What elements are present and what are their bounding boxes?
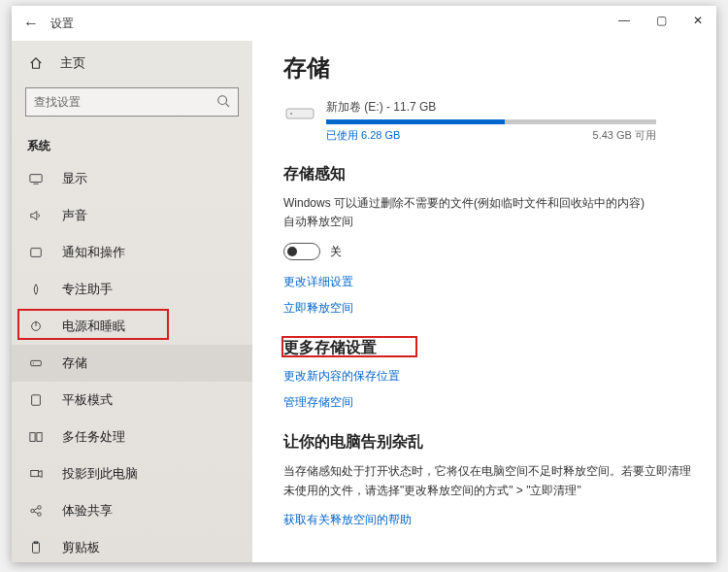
search-icon xyxy=(216,94,230,111)
sidebar-item-focus[interactable]: 专注助手 xyxy=(12,271,252,308)
sidebar-item-sound[interactable]: 声音 xyxy=(12,197,252,234)
sidebar-item-share[interactable]: 体验共享 xyxy=(12,492,252,529)
drive-name: 新加卷 (E:) - 11.7 GB xyxy=(326,99,697,116)
more-storage-heading: 更多存储设置 xyxy=(283,338,697,358)
sidebar-item-label: 存储 xyxy=(62,354,87,372)
svg-rect-12 xyxy=(31,471,39,477)
link-free-now[interactable]: 立即释放空间 xyxy=(283,300,697,317)
link-change-detail[interactable]: 更改详细设置 xyxy=(283,274,697,290)
sidebar-item-display[interactable]: 显示 xyxy=(12,160,252,197)
sidebar-item-label: 多任务处理 xyxy=(62,428,125,446)
sidebar-item-multitask[interactable]: 多任务处理 xyxy=(12,419,252,455)
svg-line-16 xyxy=(34,508,38,510)
focus-icon xyxy=(27,283,45,296)
sidebar-item-label: 专注助手 xyxy=(62,281,113,298)
settings-window: ← 设置 — ▢ ✕ 主页 查找设置 系统 显示 声音 xyxy=(12,6,716,562)
window-title: 设置 xyxy=(50,16,74,32)
svg-point-0 xyxy=(218,95,227,104)
home-icon xyxy=(27,56,45,70)
svg-rect-9 xyxy=(32,395,41,406)
share-icon xyxy=(27,504,45,518)
storage-sense-desc: Windows 可以通过删除不需要的文件(例如临时文件和回收站中的内容)自动释放… xyxy=(283,194,652,231)
tablet-icon xyxy=(27,393,45,407)
sidebar-item-storage[interactable]: 存储 xyxy=(12,345,252,382)
sidebar-item-label: 投影到此电脑 xyxy=(62,465,138,483)
notify-icon xyxy=(27,246,45,259)
search-placeholder: 查找设置 xyxy=(34,94,216,111)
sidebar-item-notifications[interactable]: 通知和操作 xyxy=(12,234,252,271)
back-button[interactable]: ← xyxy=(12,15,50,32)
svg-rect-4 xyxy=(31,249,42,257)
svg-rect-11 xyxy=(37,433,42,442)
svg-rect-2 xyxy=(30,175,42,183)
maximize-button[interactable]: ▢ xyxy=(643,6,679,35)
cleanup-desc: 当存储感知处于打开状态时，它将仅在电脑空间不足时释放空间。若要立即清理未使用的文… xyxy=(283,462,697,499)
home-label: 主页 xyxy=(60,54,85,72)
usage-bar xyxy=(326,119,656,124)
link-manage-storage[interactable]: 管理存储空间 xyxy=(283,394,697,411)
link-help-free[interactable]: 获取有关释放空间的帮助 xyxy=(283,512,697,528)
sidebar-item-label: 体验共享 xyxy=(62,502,113,520)
power-icon xyxy=(27,320,45,333)
sidebar-item-label: 平板模式 xyxy=(62,391,113,409)
svg-line-1 xyxy=(226,103,230,107)
sidebar: 主页 查找设置 系统 显示 声音 通知和操作 专注助手 电源和睡眠 xyxy=(12,41,252,562)
multitask-icon xyxy=(27,430,45,444)
search-input[interactable]: 查找设置 xyxy=(25,87,239,117)
sound-icon xyxy=(27,209,45,222)
link-change-save-location[interactable]: 更改新内容的保存位置 xyxy=(283,368,697,385)
sidebar-item-label: 电源和睡眠 xyxy=(62,318,125,335)
close-button[interactable]: ✕ xyxy=(679,6,716,35)
drive-icon xyxy=(283,101,316,124)
free-label: 5.43 GB 可用 xyxy=(593,128,656,143)
drive-row[interactable]: 新加卷 (E:) - 11.7 GB 已使用 6.28 GB 5.43 GB 可… xyxy=(283,99,697,143)
cleanup-heading: 让你的电脑告别杂乱 xyxy=(283,432,697,453)
svg-rect-10 xyxy=(30,433,35,442)
storage-icon xyxy=(27,356,45,370)
project-icon xyxy=(27,467,45,481)
display-icon xyxy=(27,172,45,185)
sidebar-item-tablet[interactable]: 平板模式 xyxy=(12,382,252,419)
sidebar-item-label: 通知和操作 xyxy=(62,244,125,261)
svg-point-13 xyxy=(31,509,35,513)
sidebar-item-label: 剪贴板 xyxy=(62,539,100,556)
svg-point-8 xyxy=(33,362,34,363)
svg-point-14 xyxy=(38,506,42,510)
svg-rect-7 xyxy=(31,360,42,365)
used-label: 已使用 6.28 GB xyxy=(326,128,400,143)
svg-point-15 xyxy=(38,513,42,517)
svg-rect-18 xyxy=(33,543,40,554)
section-label: 系统 xyxy=(12,126,252,160)
storage-sense-heading: 存储感知 xyxy=(283,164,697,185)
sidebar-item-clipboard[interactable]: 剪贴板 xyxy=(12,529,252,562)
titlebar: ← 设置 — ▢ ✕ xyxy=(12,6,716,41)
sidebar-item-project[interactable]: 投影到此电脑 xyxy=(12,455,252,492)
sidebar-item-label: 声音 xyxy=(62,207,87,224)
page-title: 存储 xyxy=(283,52,697,84)
usage-bar-fill xyxy=(326,119,505,124)
sidebar-item-power[interactable]: 电源和睡眠 xyxy=(12,308,252,345)
storage-sense-toggle[interactable] xyxy=(283,243,320,260)
svg-point-22 xyxy=(290,113,292,115)
toggle-state-label: 关 xyxy=(330,244,342,260)
home-button[interactable]: 主页 xyxy=(12,49,252,78)
clipboard-icon xyxy=(27,541,45,555)
content-pane: 存储 新加卷 (E:) - 11.7 GB 已使用 6.28 GB 5.43 G… xyxy=(260,41,716,562)
sidebar-item-label: 显示 xyxy=(62,170,87,187)
minimize-button[interactable]: — xyxy=(606,6,643,35)
svg-line-17 xyxy=(34,512,38,514)
